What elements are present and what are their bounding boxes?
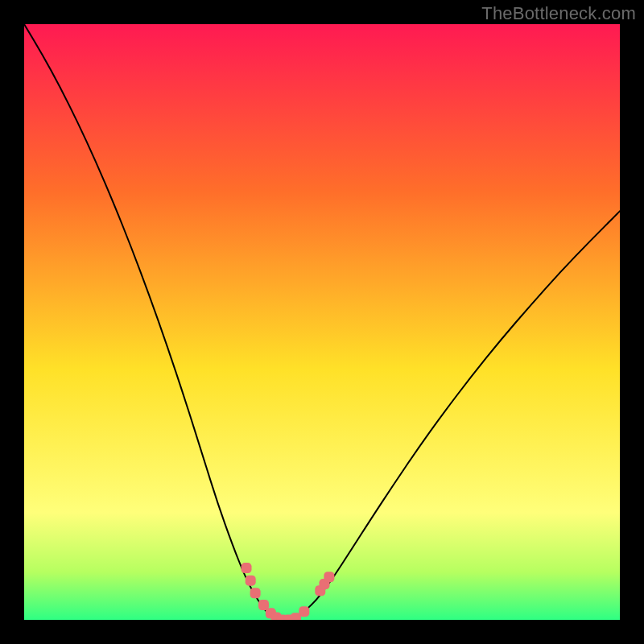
chart-frame: TheBottleneck.com	[0, 0, 644, 644]
watermark-text: TheBottleneck.com	[481, 3, 636, 24]
marker-dot	[242, 563, 252, 573]
gradient-background	[24, 24, 620, 620]
marker-dot	[250, 588, 261, 598]
marker-dot	[324, 572, 334, 582]
chart-svg	[24, 24, 620, 620]
marker-dot	[299, 606, 309, 617]
plot-area	[24, 24, 620, 620]
marker-dot	[246, 576, 256, 586]
